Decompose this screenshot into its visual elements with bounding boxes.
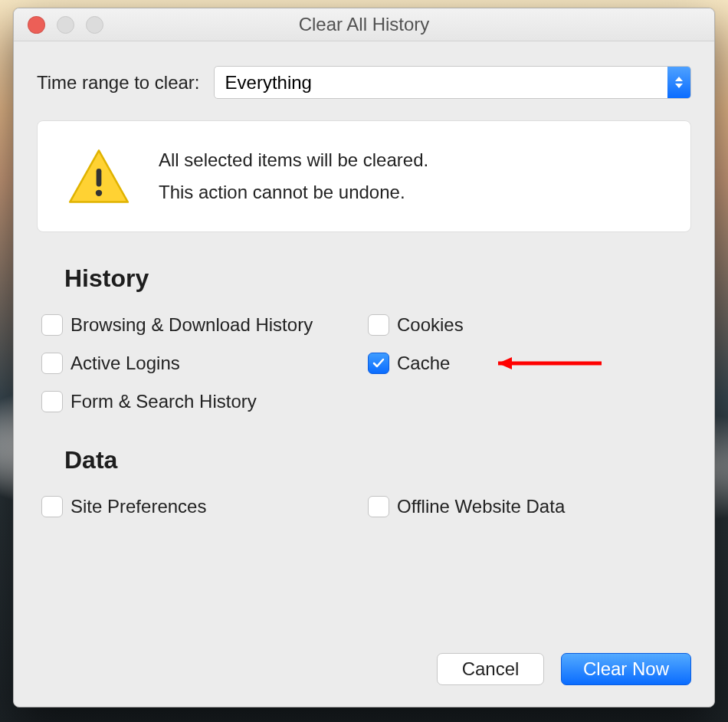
checkbox-label: Browsing & Download History: [71, 314, 313, 336]
checkbox-label: Cache: [397, 353, 450, 374]
checkbox-form-search-history: Form & Search History: [41, 391, 360, 412]
checkbox-label: Site Preferences: [71, 496, 206, 517]
warning-panel: All selected items will be cleared. This…: [37, 120, 691, 232]
cancel-button[interactable]: Cancel: [437, 653, 544, 685]
checkbox-cache: Cache: [368, 353, 687, 374]
checkbox-input[interactable]: [41, 314, 63, 336]
time-range-label: Time range to clear:: [37, 72, 200, 94]
checkbox-input[interactable]: [41, 496, 63, 517]
window-maximize-button[interactable]: [86, 16, 103, 34]
traffic-lights: [14, 16, 103, 34]
history-heading: History: [64, 264, 691, 293]
time-range-selected-value: Everything: [225, 72, 312, 94]
dialog-footer: Cancel Clear Now: [437, 653, 691, 685]
annotation-arrow-icon: [475, 352, 605, 375]
checkbox-offline-website-data: Offline Website Data: [368, 496, 687, 517]
checkbox-label: Form & Search History: [71, 391, 257, 412]
checkbox-site-preferences: Site Preferences: [41, 496, 360, 517]
warning-line-2: This action cannot be undone.: [159, 176, 428, 208]
svg-point-0: [96, 190, 102, 196]
warning-line-1: All selected items will be cleared.: [159, 144, 428, 176]
data-heading: Data: [64, 446, 691, 474]
checkbox-label: Active Logins: [71, 353, 180, 374]
checkbox-browsing-download-history: Browsing & Download History: [41, 314, 360, 336]
checkbox-input[interactable]: [368, 314, 389, 336]
window-title: Clear All History: [14, 14, 714, 35]
checkbox-active-logins: Active Logins: [41, 353, 360, 374]
window-minimize-button[interactable]: [57, 16, 74, 34]
checkbox-input[interactable]: [41, 391, 63, 412]
checkbox-input[interactable]: [41, 353, 63, 374]
time-range-select[interactable]: Everything: [214, 66, 691, 99]
checkbox-cookies: Cookies: [368, 314, 687, 336]
svg-rect-1: [97, 169, 102, 187]
checkbox-input[interactable]: [368, 353, 389, 374]
checkbox-label: Cookies: [397, 314, 464, 336]
history-checkbox-group: Browsing & Download History Cookies Acti…: [41, 314, 687, 412]
checkbox-input[interactable]: [368, 496, 389, 517]
select-spinner-icon: [667, 67, 690, 98]
svg-marker-3: [498, 357, 512, 369]
clear-now-button[interactable]: Clear Now: [561, 653, 691, 685]
data-checkbox-group: Site Preferences Offline Website Data: [41, 496, 687, 517]
checkbox-label: Offline Website Data: [397, 496, 565, 517]
warning-icon: [67, 147, 131, 205]
window-close-button[interactable]: [28, 16, 45, 34]
clear-history-dialog: Clear All History Time range to clear: E…: [13, 8, 715, 707]
window-titlebar: Clear All History: [14, 8, 714, 41]
